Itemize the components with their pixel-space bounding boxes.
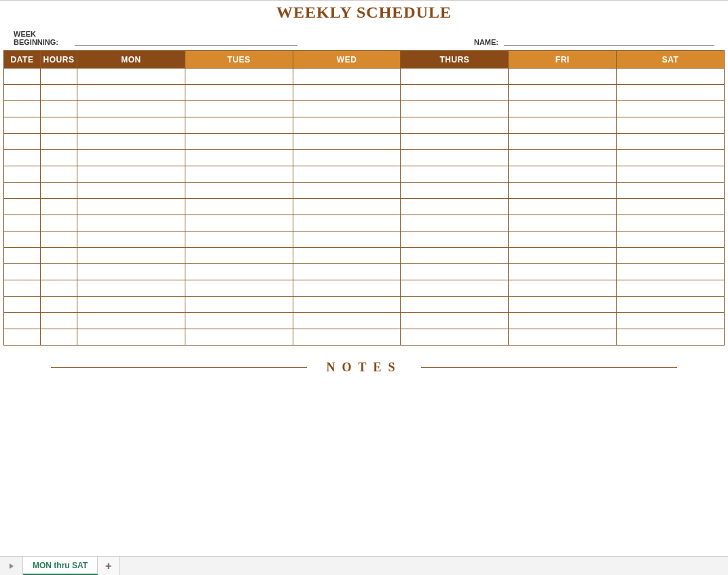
table-cell[interactable] bbox=[401, 280, 509, 297]
table-cell[interactable] bbox=[293, 199, 401, 215]
table-cell[interactable] bbox=[293, 231, 401, 248]
table-cell[interactable] bbox=[401, 297, 509, 313]
table-cell[interactable] bbox=[509, 69, 617, 85]
table-cell[interactable] bbox=[293, 134, 401, 150]
table-cell[interactable] bbox=[41, 280, 77, 297]
table-cell[interactable] bbox=[41, 329, 77, 346]
table-cell[interactable] bbox=[509, 264, 617, 280]
table-cell[interactable] bbox=[185, 85, 293, 101]
table-cell[interactable] bbox=[617, 85, 725, 101]
table-cell[interactable] bbox=[401, 117, 509, 134]
table-cell[interactable] bbox=[185, 215, 293, 231]
table-cell[interactable] bbox=[509, 166, 617, 183]
table-cell[interactable] bbox=[77, 313, 185, 329]
table-cell[interactable] bbox=[41, 117, 77, 134]
table-cell[interactable] bbox=[41, 134, 77, 150]
table-cell[interactable] bbox=[617, 101, 725, 117]
table-cell[interactable] bbox=[509, 150, 617, 166]
table-cell[interactable] bbox=[77, 297, 185, 313]
table-cell[interactable] bbox=[77, 117, 185, 134]
table-cell[interactable] bbox=[293, 215, 401, 231]
table-cell[interactable] bbox=[293, 85, 401, 101]
table-cell[interactable] bbox=[401, 231, 509, 248]
table-cell[interactable] bbox=[401, 69, 509, 85]
table-cell[interactable] bbox=[617, 166, 725, 183]
table-cell[interactable] bbox=[41, 69, 77, 85]
table-cell[interactable] bbox=[617, 297, 725, 313]
table-cell[interactable] bbox=[509, 134, 617, 150]
table-cell[interactable] bbox=[293, 329, 401, 346]
table-cell[interactable] bbox=[41, 199, 77, 215]
table-cell[interactable] bbox=[41, 264, 77, 280]
table-cell[interactable] bbox=[185, 183, 293, 199]
table-cell[interactable] bbox=[293, 166, 401, 183]
table-cell[interactable] bbox=[4, 85, 41, 101]
table-cell[interactable] bbox=[77, 264, 185, 280]
table-cell[interactable] bbox=[293, 313, 401, 329]
table-cell[interactable] bbox=[185, 134, 293, 150]
table-cell[interactable] bbox=[617, 134, 725, 150]
tab-scroll-right-icon[interactable] bbox=[0, 557, 23, 575]
table-cell[interactable] bbox=[401, 134, 509, 150]
table-cell[interactable] bbox=[77, 166, 185, 183]
table-cell[interactable] bbox=[4, 166, 41, 183]
table-cell[interactable] bbox=[77, 231, 185, 248]
table-cell[interactable] bbox=[509, 231, 617, 248]
table-cell[interactable] bbox=[4, 101, 41, 117]
table-cell[interactable] bbox=[4, 280, 41, 297]
table-cell[interactable] bbox=[185, 150, 293, 166]
table-cell[interactable] bbox=[401, 215, 509, 231]
table-cell[interactable] bbox=[185, 101, 293, 117]
table-cell[interactable] bbox=[509, 117, 617, 134]
table-cell[interactable] bbox=[4, 329, 41, 346]
table-cell[interactable] bbox=[77, 101, 185, 117]
table-cell[interactable] bbox=[509, 199, 617, 215]
table-cell[interactable] bbox=[185, 264, 293, 280]
table-cell[interactable] bbox=[77, 215, 185, 231]
table-cell[interactable] bbox=[4, 215, 41, 231]
table-cell[interactable] bbox=[617, 117, 725, 134]
table-cell[interactable] bbox=[77, 85, 185, 101]
name-input-line[interactable] bbox=[504, 37, 714, 46]
table-cell[interactable] bbox=[401, 101, 509, 117]
table-cell[interactable] bbox=[41, 166, 77, 183]
table-cell[interactable] bbox=[4, 297, 41, 313]
table-cell[interactable] bbox=[77, 329, 185, 346]
table-cell[interactable] bbox=[617, 69, 725, 85]
table-cell[interactable] bbox=[509, 297, 617, 313]
table-cell[interactable] bbox=[41, 101, 77, 117]
table-cell[interactable] bbox=[41, 231, 77, 248]
table-cell[interactable] bbox=[293, 264, 401, 280]
table-cell[interactable] bbox=[41, 248, 77, 264]
table-cell[interactable] bbox=[41, 313, 77, 329]
table-cell[interactable] bbox=[4, 183, 41, 199]
table-cell[interactable] bbox=[401, 183, 509, 199]
table-cell[interactable] bbox=[401, 85, 509, 101]
table-cell[interactable] bbox=[617, 280, 725, 297]
table-cell[interactable] bbox=[293, 117, 401, 134]
table-cell[interactable] bbox=[509, 101, 617, 117]
table-cell[interactable] bbox=[41, 85, 77, 101]
table-cell[interactable] bbox=[77, 280, 185, 297]
table-cell[interactable] bbox=[509, 280, 617, 297]
week-beginning-input-line[interactable] bbox=[75, 37, 297, 46]
table-cell[interactable] bbox=[4, 248, 41, 264]
table-cell[interactable] bbox=[41, 150, 77, 166]
table-cell[interactable] bbox=[617, 215, 725, 231]
table-cell[interactable] bbox=[509, 183, 617, 199]
table-cell[interactable] bbox=[41, 183, 77, 199]
table-cell[interactable] bbox=[4, 117, 41, 134]
table-cell[interactable] bbox=[41, 297, 77, 313]
table-cell[interactable] bbox=[401, 329, 509, 346]
table-cell[interactable] bbox=[185, 297, 293, 313]
table-cell[interactable] bbox=[617, 183, 725, 199]
table-cell[interactable] bbox=[617, 248, 725, 264]
table-cell[interactable] bbox=[293, 248, 401, 264]
table-cell[interactable] bbox=[4, 150, 41, 166]
table-cell[interactable] bbox=[77, 69, 185, 85]
table-cell[interactable] bbox=[293, 101, 401, 117]
table-cell[interactable] bbox=[617, 264, 725, 280]
table-cell[interactable] bbox=[185, 166, 293, 183]
table-cell[interactable] bbox=[401, 166, 509, 183]
table-cell[interactable] bbox=[77, 150, 185, 166]
